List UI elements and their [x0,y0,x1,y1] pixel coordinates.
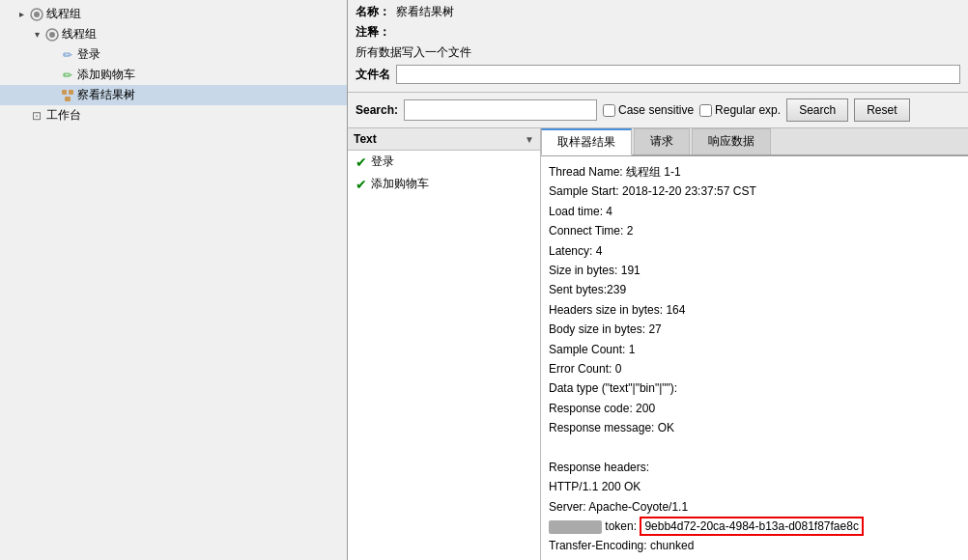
alldata-row: 所有数据写入一个文件 [356,44,960,61]
expand-icon-bench [15,110,27,122]
results-tree: Text ▼ ✔ 登录 ✔ 添加购物车 [348,128,541,560]
title-label: 名称： [356,4,390,20]
search-input[interactable] [404,99,597,121]
result-item-login[interactable]: ✔ 登录 [348,151,540,173]
expand-icon-viewer [46,90,58,101]
right-panel: 名称： 察看结果树 注释： 所有数据写入一个文件 文件名 Search: Cas… [348,0,968,560]
tab-response[interactable]: 响应数据 [692,128,771,154]
tree-view-icon [60,88,75,103]
date: Date: Thu, 20 Dec 2018 15:37:57 GMT [549,556,960,560]
http-200: HTTP/1.1 200 OK [549,477,960,496]
result-label-login: 登录 [371,154,394,170]
detail-content: Thread Name: 线程组 1-1 Sample Start: 2018-… [541,156,968,560]
thread-name: Thread Name: 线程组 1-1 [549,162,960,182]
response-message: Response message: OK [549,418,960,437]
tabs-row: 取样器结果 请求 响应数据 [541,128,968,156]
blurred-token-prefix [549,520,602,534]
response-code: Response code: 200 [549,399,960,418]
case-sensitive-label[interactable]: Case sensitive [603,103,694,117]
results-header: Text ▼ [348,128,540,151]
expand-icon-login [46,49,58,61]
reset-button[interactable]: Reset [854,98,909,122]
thread-group-icon-2 [44,27,60,42]
token-label: token: [605,519,640,533]
success-icon-cart: ✔ [356,177,367,192]
tree-item-viewer[interactable]: 察看结果树 [0,85,347,105]
svg-rect-6 [65,97,71,101]
result-item-cart[interactable]: ✔ 添加购物车 [348,173,540,195]
svg-point-1 [34,12,40,17]
server: Server: Apache-Coyote/1.1 [549,497,960,517]
results-header-text: Text [354,132,377,146]
pencil-icon-login: ✏ [60,47,75,63]
tab-request[interactable]: 请求 [634,128,690,154]
comment-label: 注释： [356,24,390,41]
left-panel: ▸ 线程组 ▾ 线程组 ✏ 登录 [0,0,348,560]
load-time: Load time: 4 [549,202,960,221]
expand-icon-cart [46,70,58,81]
tree-label-bench: 工作台 [46,107,81,124]
top-form: 名称： 察看结果树 注释： 所有数据写入一个文件 文件名 [348,0,968,93]
tree-label-tg2: 线程组 [62,26,97,42]
tree-item-login[interactable]: ✏ 登录 [0,44,347,65]
tree-item-cart[interactable]: ✏ 添加购物车 [0,65,347,85]
regex-label[interactable]: Regular exp. [699,103,781,117]
title-row: 名称： 察看结果树 [356,4,960,20]
case-sensitive-checkbox[interactable] [603,104,615,117]
search-label: Search: [356,103,398,117]
comment-row: 注释： [356,24,960,41]
regex-checkbox[interactable] [699,104,712,117]
result-label-cart: 添加购物车 [371,176,429,192]
token-row: token: 9ebb4d72-20ca-4984-b13a-d081f87fa… [549,517,960,536]
response-headers-label: Response headers: [549,458,960,477]
tree-label-cart: 添加购物车 [77,67,135,83]
pencil-icon-cart: ✏ [60,68,75,83]
svg-rect-5 [69,90,73,95]
search-button[interactable]: Search [786,98,848,122]
sample-start: Sample Start: 2018-12-20 23:37:57 CST [549,182,960,201]
title-value: 察看结果树 [396,4,454,20]
tree-area: ▸ 线程组 ▾ 线程组 ✏ 登录 [0,0,347,560]
tree-item-bench[interactable]: ⊡ 工作台 [0,105,347,126]
tree-item-tg1[interactable]: ▸ 线程组 [0,4,347,24]
tree-label-tg1: 线程组 [46,6,81,22]
error-count: Error Count: 0 [549,359,960,378]
transfer-encoding: Transfer-Encoding: chunked [549,536,960,555]
thread-group-icon-1 [29,7,44,22]
expand-icon-tg2: ▾ [31,29,43,41]
filename-input[interactable] [396,65,960,84]
bench-icon: ⊡ [29,108,44,124]
data-type: Data type ("text"|"bin"|""): [549,378,960,398]
sample-count: Sample Count: 1 [549,340,960,359]
success-icon-login: ✔ [356,154,367,170]
body-size-in-bytes: Body size in bytes: 27 [549,320,960,339]
dropdown-arrow-icon[interactable]: ▼ [525,134,534,145]
filename-row: 文件名 [356,65,960,84]
sent-bytes: Sent bytes:239 [549,280,960,299]
size-in-bytes: Size in bytes: 191 [549,261,960,280]
expand-icon-tg1: ▸ [15,9,27,20]
connect-time: Connect Time: 2 [549,221,960,240]
detail-panel: 取样器结果 请求 响应数据 Thread Name: 线程组 1-1 Sampl… [541,128,968,560]
alldata-value: 所有数据写入一个文件 [356,44,471,61]
tree-label-viewer: 察看结果树 [77,87,135,103]
svg-point-3 [49,32,55,38]
search-bar: Search: Case sensitive Regular exp. Sear… [348,93,968,128]
filename-label: 文件名 [356,67,390,83]
headers-size-in-bytes: Headers size in bytes: 164 [549,300,960,320]
tree-item-tg2[interactable]: ▾ 线程组 [0,24,347,44]
token-value: 9ebb4d72-20ca-4984-b13a-d081f87fae8c [640,517,864,536]
latency: Latency: 4 [549,241,960,261]
tree-label-login: 登录 [77,46,100,63]
tab-sampler[interactable]: 取样器结果 [541,128,632,155]
results-area: Text ▼ ✔ 登录 ✔ 添加购物车 取样器结果 请求 响应数据 Thread… [348,128,968,560]
svg-rect-4 [62,90,67,95]
